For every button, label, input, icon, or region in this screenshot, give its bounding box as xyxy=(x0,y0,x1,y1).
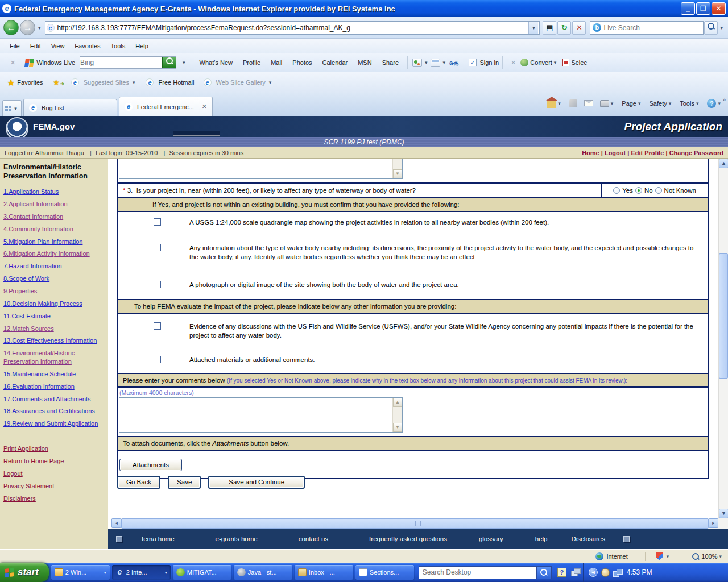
quick-tabs-button[interactable]: ▾ xyxy=(2,100,22,116)
return-home-link[interactable]: Return to Home Page xyxy=(3,457,104,465)
horizontal-scroll-thumb[interactable] xyxy=(121,518,709,529)
checkbox-attached-materials[interactable] xyxy=(154,356,161,363)
footer-fema-home-link[interactable]: fema home xyxy=(138,535,178,542)
desktop-search-button[interactable] xyxy=(537,566,552,579)
back-button[interactable]: ← xyxy=(3,20,19,35)
search-options-dropdown-icon[interactable]: ▾ xyxy=(718,25,725,31)
minimize-button[interactable]: _ xyxy=(681,2,695,15)
bing-go-button[interactable] xyxy=(162,57,176,68)
sidebar-item-mitigation-activity-information[interactable]: 6.Mitigation Activity Information xyxy=(3,250,104,258)
form-fill-icon[interactable] xyxy=(431,59,440,67)
tab-bug-list[interactable]: e Bug List xyxy=(23,99,117,116)
live-link-profile[interactable]: Profile xyxy=(238,59,266,66)
scroll-down-icon[interactable]: ▼ xyxy=(393,169,402,178)
footer-help-link[interactable]: help xyxy=(532,535,551,542)
scroll-right-button[interactable]: ▸ xyxy=(709,518,718,528)
convert-button[interactable]: Convert xyxy=(530,59,552,66)
sign-in-button[interactable]: Sign in xyxy=(479,59,499,66)
live-search-input[interactable] xyxy=(603,24,701,32)
taskbar-item-mitigation[interactable]: MITIGAT... xyxy=(173,565,231,580)
menu-file[interactable]: File xyxy=(5,41,25,51)
go-back-button[interactable]: Go Back xyxy=(117,476,160,489)
tools-menu-button[interactable]: Tools▾ xyxy=(676,100,704,107)
save-button[interactable]: Save xyxy=(168,476,201,489)
suggested-sites-link[interactable]: e Suggested Sites ▾ xyxy=(67,78,142,86)
bing-search-box[interactable] xyxy=(80,56,176,69)
taskbar-item-windows[interactable]: 2 Win...▾ xyxy=(51,565,110,580)
radio-no[interactable] xyxy=(635,187,642,194)
forward-button[interactable]: → xyxy=(20,20,35,35)
live-search-box[interactable]: b xyxy=(590,21,704,35)
address-dropdown-icon[interactable]: ▾ xyxy=(528,22,538,34)
convert-dropdown-icon[interactable]: ▾ xyxy=(552,60,559,65)
free-hotmail-link[interactable]: e Free Hotmail xyxy=(141,78,198,86)
search-go-button[interactable] xyxy=(704,21,718,35)
previous-comments-textarea[interactable]: ▼ xyxy=(119,159,403,179)
footer-glossary-link[interactable]: glossary xyxy=(475,535,507,542)
tray-clock-icon[interactable] xyxy=(601,568,610,577)
change-password-link[interactable]: Change Password xyxy=(669,149,723,156)
live-link-calendar[interactable]: Calendar xyxy=(317,59,353,66)
sidebar-item-community-information[interactable]: 4.Community Information xyxy=(3,225,104,234)
attachments-button[interactable]: Attachments xyxy=(119,459,182,471)
live-link-msn[interactable]: MSN xyxy=(353,59,377,66)
sidebar-item-review-and-submit[interactable]: 19.Review and Submit Application xyxy=(3,419,104,428)
live-link-photos[interactable]: Photos xyxy=(287,59,317,66)
zoom-control[interactable]: 100% ▾ xyxy=(687,552,728,560)
taskbar-item-internet[interactable]: e2 Inte...▾ xyxy=(112,565,171,580)
menu-favorites[interactable]: Favorites xyxy=(69,41,105,51)
checkbox-photograph[interactable] xyxy=(154,281,161,288)
sidebar-item-cost-estimate[interactable]: 11.Cost Estimate xyxy=(3,312,104,321)
menu-tools[interactable]: Tools xyxy=(106,41,131,51)
radio-not-known[interactable] xyxy=(655,187,662,194)
sidebar-item-hazard-information[interactable]: 7.Hazard Information xyxy=(3,262,104,271)
window-stack-icon[interactable] xyxy=(571,568,580,576)
menu-help[interactable]: Help xyxy=(130,41,154,51)
sidebar-item-match-sources[interactable]: 12.Match Sources xyxy=(3,325,104,333)
tray-network-icon[interactable] xyxy=(613,569,622,576)
vertical-scroll-thumb[interactable] xyxy=(719,253,728,379)
favorites-button[interactable]: Favorites xyxy=(17,79,43,86)
sidebar-item-evaluation-information[interactable]: 16.Evaluation Information xyxy=(3,383,104,391)
footer-egrants-home-link[interactable]: e-grants home xyxy=(212,535,261,542)
radio-yes[interactable] xyxy=(613,187,620,194)
live-link-whats-new[interactable]: What's New xyxy=(195,59,238,66)
textarea-scrollbar[interactable]: ▼ xyxy=(392,159,402,178)
add-to-favorites-bar-icon[interactable]: ★➜ xyxy=(51,78,67,87)
toolbar-overflow-chevron-icon[interactable]: » xyxy=(722,97,726,103)
web-slice-gallery-link[interactable]: e Web Slice Gallery ▾ xyxy=(199,78,278,86)
taskbar-item-sections[interactable]: Sections... xyxy=(355,565,414,580)
protected-mode-cell[interactable]: ▾ xyxy=(651,552,676,560)
sidebar-item-decision-making-process[interactable]: 10.Decision Making Process xyxy=(3,300,104,308)
footer-disclosures-link[interactable]: Disclosures xyxy=(568,535,609,542)
tray-collapse-chevron-icon[interactable]: ◄ xyxy=(589,568,598,577)
sidebar-item-contact-information[interactable]: 3.Contact Information xyxy=(3,213,104,221)
logout-link[interactable]: Logout xyxy=(605,149,626,156)
live-link-share[interactable]: Share xyxy=(377,59,404,66)
toolbar-close2-icon[interactable]: ✕ xyxy=(506,59,520,66)
bing-dropdown-icon[interactable]: ▾ xyxy=(181,60,187,65)
logout-sidebar-link[interactable]: Logout xyxy=(3,469,104,478)
menu-edit[interactable]: Edit xyxy=(25,41,46,51)
home-link[interactable]: Home xyxy=(582,149,599,156)
sidebar-item-assurances-and-certifications[interactable]: 18.Assurances and Certifications xyxy=(3,407,104,415)
desktop-search-input[interactable] xyxy=(419,566,537,579)
restore-button[interactable]: ❐ xyxy=(696,2,710,15)
favorites-star-icon[interactable]: ★ xyxy=(5,77,17,88)
live-link-mail[interactable]: Mail xyxy=(266,59,287,66)
sidebar-item-environmental-historic[interactable]: 14.Environmental/Historic Preservation I… xyxy=(3,349,104,366)
sidebar-item-cost-effectiveness-information[interactable]: 13.Cost Effectiveness Information xyxy=(3,336,104,345)
bing-search-input[interactable] xyxy=(80,59,162,66)
desktop-search-box[interactable] xyxy=(419,566,552,579)
photos-tool-dropdown-icon[interactable]: ▾ xyxy=(423,60,429,65)
content-horizontal-scrollbar[interactable]: ◂ ▸ xyxy=(108,518,728,529)
read-mail-button[interactable] xyxy=(581,100,597,106)
close-button[interactable]: ✕ xyxy=(712,2,726,15)
start-button[interactable]: start xyxy=(0,563,49,582)
compatibility-view-button[interactable]: ▤ xyxy=(543,21,556,35)
sidebar-item-applicant-information[interactable]: 2.Applicant Information xyxy=(3,200,104,209)
safety-menu-button[interactable]: Safety▾ xyxy=(646,100,677,107)
comments-textarea[interactable]: ▲ ▼ xyxy=(119,397,403,433)
sidebar-item-maintenance-schedule[interactable]: 15.Maintenance Schedule xyxy=(3,370,104,379)
nav-history-dropdown-icon[interactable]: ▾ xyxy=(36,25,43,31)
